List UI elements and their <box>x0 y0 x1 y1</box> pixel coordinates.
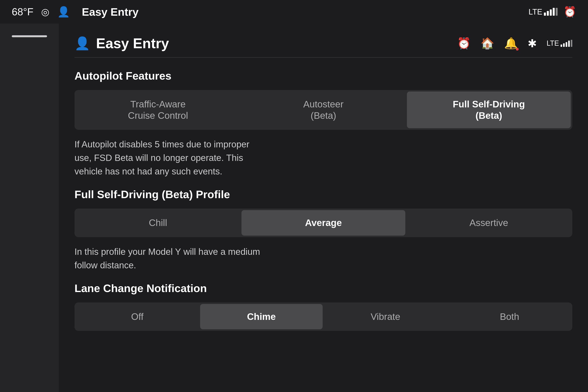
tab-autosteer[interactable]: Autosteer (Beta) <box>242 92 405 128</box>
signal-bars-header <box>560 40 572 47</box>
notification-dot <box>516 48 518 50</box>
tab-vibrate[interactable]: Vibrate <box>324 304 447 330</box>
autopilot-section-title: Autopilot Features <box>74 70 572 82</box>
bluetooth-icon[interactable]: ✱ <box>528 37 537 50</box>
fsd-profile-section-title: Full Self-Driving (Beta) Profile <box>74 188 572 201</box>
sig-bar-2 <box>563 43 565 47</box>
profile-header: 👤 Easy Entry ⏰ 🏠 🔔 ✱ LTE <box>74 35 572 58</box>
circle-icon: ◎ <box>41 6 50 17</box>
status-left: 68°F ◎ 👤 Easy Entry <box>12 6 528 18</box>
profile-icons-right: ⏰ 🏠 🔔 ✱ LTE <box>457 37 572 50</box>
status-right: LTE ⏰ <box>528 6 576 18</box>
tab-chime[interactable]: Chime <box>200 304 322 330</box>
status-title: Easy Entry <box>82 6 138 18</box>
signal-bars <box>544 8 558 16</box>
fsd-profile-description: In this profile your Model Y will have a… <box>74 245 572 272</box>
signal-bar-5 <box>556 8 558 16</box>
notification-icon[interactable]: 🔔 <box>504 37 518 50</box>
status-bar: 68°F ◎ 👤 Easy Entry LTE ⏰ <box>0 0 588 24</box>
lte-label: LTE <box>528 8 542 16</box>
alarm-icon-status: ⏰ <box>564 6 576 18</box>
tab-chill[interactable]: Chill <box>76 210 240 236</box>
lte-label-header: LTE <box>547 39 559 48</box>
signal-bar-2 <box>547 11 549 16</box>
lte-group: LTE <box>528 8 558 16</box>
sig-bar-3 <box>566 42 567 47</box>
profile-icon-status: 👤 <box>57 6 70 18</box>
fsd-profile-tab-group: Chill Average Assertive <box>74 208 572 237</box>
sig-bar-5 <box>571 40 572 47</box>
profile-avatar-icon: 👤 <box>74 36 90 51</box>
sidebar-active-indicator <box>12 35 47 37</box>
main-content: 👤 Easy Entry ⏰ 🏠 🔔 ✱ LTE <box>59 24 588 392</box>
profile-left: 👤 Easy Entry <box>74 35 169 51</box>
tab-both[interactable]: Both <box>448 304 571 330</box>
clock-icon[interactable]: ⏰ <box>457 37 471 50</box>
profile-name: Easy Entry <box>96 35 169 51</box>
tab-traffic-aware[interactable]: Traffic-Aware Cruise Control <box>76 92 240 128</box>
tab-average[interactable]: Average <box>242 210 405 236</box>
garage-icon[interactable]: 🏠 <box>480 37 494 50</box>
tab-off[interactable]: Off <box>76 304 198 330</box>
autopilot-description: If Autopilot disables 5 times due to imp… <box>74 138 572 178</box>
left-sidebar <box>0 24 59 392</box>
temperature-display: 68°F <box>12 6 33 18</box>
lte-group-header: LTE <box>547 39 572 48</box>
autopilot-tab-group: Traffic-Aware Cruise Control Autosteer (… <box>74 90 572 130</box>
tab-fsd[interactable]: Full Self-Driving (Beta) <box>407 92 571 128</box>
sig-bar-1 <box>560 44 562 47</box>
signal-bar-1 <box>544 12 546 16</box>
lane-change-tab-group: Off Chime Vibrate Both <box>74 302 572 331</box>
lane-change-section-title: Lane Change Notification <box>74 282 572 294</box>
tab-assertive[interactable]: Assertive <box>407 210 571 236</box>
signal-bar-3 <box>550 10 552 16</box>
signal-bar-4 <box>553 8 555 16</box>
sig-bar-4 <box>568 40 570 47</box>
